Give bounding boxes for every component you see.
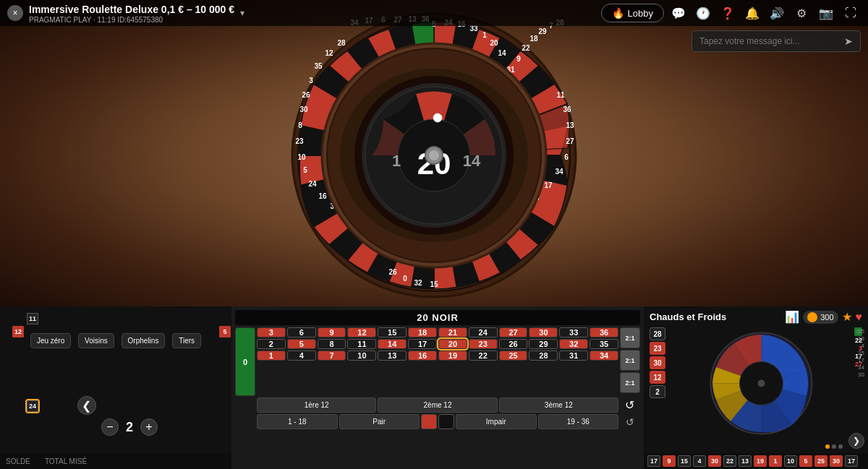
toggle-container[interactable]: 300: [803, 311, 838, 324]
num-26[interactable]: 26: [499, 339, 528, 349]
game-info: Immersive Roulette Deluxe 0,1 € – 10 000…: [29, 3, 234, 24]
svg-text:13: 13: [566, 121, 574, 129]
num-30[interactable]: 30: [529, 327, 558, 337]
chat-send-button[interactable]: ➤: [837, 31, 860, 51]
svg-text:23: 23: [295, 137, 304, 145]
track-num-12[interactable]: 12: [12, 326, 24, 337]
dozen-3[interactable]: 3ème 12: [499, 397, 618, 413]
svg-text:14: 14: [463, 152, 481, 170]
nav-right-btn[interactable]: ❯: [848, 433, 864, 449]
num-12[interactable]: 12: [347, 327, 376, 337]
chat-input[interactable]: [692, 32, 837, 51]
heart-button[interactable]: ♥: [856, 311, 863, 324]
num-36[interactable]: 36: [590, 327, 618, 337]
close-button[interactable]: ×: [7, 5, 23, 21]
num-18[interactable]: 18: [408, 327, 437, 337]
num-22[interactable]: 22: [469, 350, 498, 361]
track-num-5[interactable]: 5: [219, 326, 231, 337]
num-17[interactable]: 17: [408, 339, 437, 349]
history-icon-btn[interactable]: 🕐: [693, 3, 713, 23]
svg-text:11: 11: [556, 91, 565, 99]
star-button[interactable]: ★: [842, 310, 852, 324]
num-badge-12[interactable]: 12: [650, 371, 665, 384]
num-25[interactable]: 25: [499, 350, 528, 361]
low-bet[interactable]: 1 - 18: [257, 414, 338, 429]
track-num-11[interactable]: 11: [27, 313, 38, 324]
prev-22: 22: [723, 455, 736, 467]
num-23[interactable]: 23: [469, 339, 498, 349]
lobby-button[interactable]: 🔥 Lobby: [601, 4, 664, 22]
dozen-1[interactable]: 1ère 12: [257, 397, 376, 413]
prev-results: 17 9 15 4 30 22 13 19 1 10 5 25 30 17: [644, 453, 868, 469]
even-bet[interactable]: Pair: [339, 414, 420, 429]
num-11[interactable]: 11: [347, 339, 376, 349]
num-14[interactable]: 14: [378, 339, 407, 349]
num-5[interactable]: 5: [287, 339, 316, 349]
num-2[interactable]: 2: [257, 339, 286, 349]
fullscreen-icon-btn[interactable]: ⛶: [841, 3, 861, 23]
chat-icon-btn[interactable]: 💬: [668, 3, 689, 23]
svg-text:14: 14: [498, 49, 506, 57]
track-num-24[interactable]: 24: [27, 400, 38, 412]
num-32[interactable]: 32: [559, 339, 588, 349]
num-13[interactable]: 13: [378, 350, 407, 361]
num-24[interactable]: 24: [469, 327, 498, 337]
hot-num-23: 23: [650, 342, 689, 355]
bell-icon-btn[interactable]: 🔔: [742, 3, 762, 23]
num-1[interactable]: 1: [257, 350, 286, 361]
camera-icon-btn[interactable]: 📷: [816, 3, 836, 23]
odd-bet[interactable]: Impair: [456, 414, 537, 429]
num-31[interactable]: 31: [559, 350, 588, 361]
refresh-btn[interactable]: ↺: [620, 397, 640, 413]
panel-header: Chauds et Froids 📊 300 ★ ♥: [650, 310, 862, 324]
num-27[interactable]: 27: [499, 327, 528, 337]
row-bot: 1 4 7 10 13 16 19 22 25 28 31 34: [257, 350, 618, 361]
refresh-icon[interactable]: ↺: [620, 414, 640, 429]
svg-text:12: 12: [325, 49, 333, 57]
num-16[interactable]: 16: [408, 350, 437, 361]
num-21[interactable]: 21: [438, 327, 467, 337]
num-8[interactable]: 8: [318, 339, 346, 349]
2to1-mid[interactable]: 2:1: [620, 350, 640, 371]
dozen-2[interactable]: 2ème 12: [378, 397, 497, 413]
num-35[interactable]: 35: [590, 339, 618, 349]
num-badge-28[interactable]: 28: [650, 327, 665, 340]
num-4[interactable]: 4: [287, 350, 316, 361]
num-28[interactable]: 28: [529, 350, 558, 361]
voisins-btn[interactable]: Voisins: [78, 333, 114, 348]
num-badge-2[interactable]: 2: [650, 385, 665, 398]
volume-icon-btn[interactable]: 🔊: [767, 3, 787, 23]
num-34[interactable]: 34: [590, 350, 618, 361]
black-bet[interactable]: [438, 414, 454, 429]
num-33[interactable]: 33: [559, 327, 588, 337]
svg-text:30: 30: [299, 106, 308, 113]
2to1-top[interactable]: 2:1: [620, 327, 640, 348]
bet-plus-btn[interactable]: +: [140, 418, 158, 436]
row-mid: 2 5 8 11 14 17 20 23 26 29 32 35: [257, 339, 618, 349]
num-3[interactable]: 3: [257, 327, 286, 337]
num-badge-23[interactable]: 23: [650, 342, 665, 355]
num-6[interactable]: 6: [287, 327, 316, 337]
orphelins-btn[interactable]: Orphelins: [122, 333, 166, 348]
num-20-highlighted[interactable]: 20: [438, 339, 467, 349]
num-badge-30[interactable]: 30: [650, 356, 665, 369]
num-15[interactable]: 15: [378, 327, 407, 337]
bet-minus-btn[interactable]: −: [101, 418, 119, 436]
num-29[interactable]: 29: [529, 339, 558, 349]
zero-cell[interactable]: 0: [235, 327, 255, 396]
jeu-zero-btn[interactable]: Jeu zéro: [30, 333, 71, 348]
num-9[interactable]: 9: [318, 327, 346, 337]
settings-icon-btn[interactable]: ⚙: [791, 3, 812, 23]
num-19[interactable]: 19: [438, 350, 467, 361]
2to1-bot[interactable]: 2:1: [620, 372, 640, 393]
tiers-btn[interactable]: Tiers: [172, 333, 201, 348]
dropdown-icon[interactable]: ▾: [240, 8, 244, 18]
red-bet[interactable]: [421, 414, 437, 429]
num-7[interactable]: 7: [318, 350, 346, 361]
chip-nav-left[interactable]: ❮: [77, 396, 96, 415]
help-icon-btn[interactable]: ❓: [718, 3, 738, 23]
svg-text:24: 24: [308, 180, 317, 188]
svg-text:29: 29: [538, 27, 547, 35]
high-bet[interactable]: 19 - 36: [538, 414, 619, 429]
num-10[interactable]: 10: [347, 350, 376, 361]
